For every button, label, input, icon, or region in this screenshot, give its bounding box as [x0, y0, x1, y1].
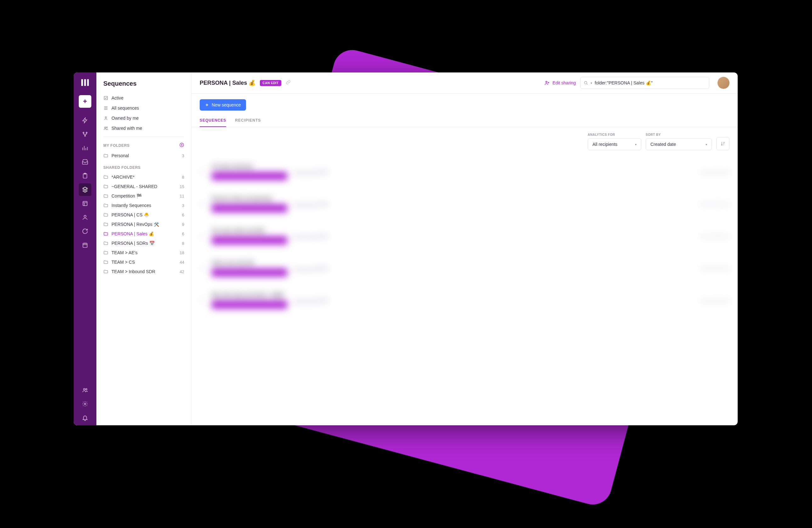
- filter-label: All sequences: [112, 105, 139, 111]
- sequence-info: Director Sales prospecting: [212, 196, 287, 212]
- main: PERSONA | Sales 💰 CAN EDIT Edit sharing …: [191, 72, 738, 425]
- sequence-title: AE reach wide nets BIG: [212, 228, 287, 233]
- search-icon: [584, 81, 588, 85]
- sequence-stats: ▬ ▬ ▬ ■ ■: [293, 200, 327, 208]
- folder-count: 42: [180, 269, 184, 274]
- sequence-metrics: ● ● ● ● ●: [701, 264, 729, 272]
- folder-item[interactable]: Personal3: [96, 151, 191, 160]
- nav-branch-icon[interactable]: [79, 128, 91, 141]
- sequence-row[interactable]: Sales exec top 100▬ ▬ ▬ ■ ■● ● ● ● ●: [200, 252, 729, 284]
- svg-rect-8: [83, 201, 87, 205]
- folder-item[interactable]: TEAM > Inbound SDR42: [96, 267, 191, 276]
- filter-active[interactable]: Active: [96, 93, 191, 103]
- sequence-row[interactable]: AE reach wide nets BIG▬ ▬ ▬ ■ ■● ● ● ● ●: [200, 220, 729, 252]
- folder-count: 8: [182, 175, 184, 180]
- nav-chart-icon[interactable]: [79, 142, 91, 154]
- sequence-row[interactable]: Director Sales prospecting▬ ▬ ▬ ■ ■● ● ●…: [200, 188, 729, 220]
- folder-count: 6: [182, 213, 184, 217]
- folder-item[interactable]: PERSONA | RevOps 🛠️9: [96, 219, 191, 229]
- sequence-tag: [212, 204, 287, 212]
- folder-item[interactable]: PERSONA | CS 🐣6: [96, 210, 191, 219]
- tab-recipients[interactable]: RECIPIENTS: [235, 118, 261, 127]
- analytics-select[interactable]: All recipients ▾: [588, 138, 641, 150]
- nav-inbox-icon[interactable]: [79, 156, 91, 168]
- folder-item[interactable]: Competition 🏁11: [96, 191, 191, 201]
- nav-bolt-icon[interactable]: [79, 114, 91, 127]
- checkbox[interactable]: [200, 266, 205, 271]
- add-button[interactable]: +: [79, 95, 91, 108]
- sort-select[interactable]: Created date ▾: [646, 138, 712, 150]
- tab-sequences[interactable]: SEQUENCES: [200, 118, 226, 127]
- folder-item[interactable]: *ARCHIVE*8: [96, 172, 191, 182]
- nav-calendar-icon[interactable]: [79, 239, 91, 252]
- sequence-metrics: ● ● ● ● ●: [701, 200, 729, 208]
- svg-rect-10: [83, 243, 87, 247]
- folder-item[interactable]: TEAM > CS44: [96, 257, 191, 267]
- user-plus-icon: [544, 80, 550, 86]
- folder-name: PERSONA | RevOps 🛠️: [112, 222, 179, 227]
- folder-item[interactable]: PERSONA | SDRs 📅8: [96, 239, 191, 248]
- nav-settings-icon[interactable]: [79, 398, 91, 410]
- folder-count: 15: [180, 184, 184, 189]
- link-icon[interactable]: [286, 80, 291, 86]
- svg-rect-1: [84, 79, 86, 86]
- sequence-row[interactable]: Big sales play persistent - WIDE▬ ▬ ▬ ■ …: [200, 284, 729, 317]
- folder-name: PERSONA | SDRs 📅: [112, 241, 179, 246]
- main-header: PERSONA | Sales 💰 CAN EDIT Edit sharing …: [191, 72, 738, 94]
- checkbox[interactable]: [200, 233, 205, 239]
- add-folder-icon[interactable]: [179, 142, 184, 148]
- folder-item[interactable]: ~GENERAL - SHARED15: [96, 182, 191, 191]
- sequence-title: Big sales play persistent - WIDE: [212, 292, 287, 297]
- sort-direction-button[interactable]: [716, 137, 729, 150]
- folder-name: TEAM > CS: [112, 260, 177, 265]
- analytics-value: All recipients: [593, 142, 617, 147]
- my-folders-header: MY FOLDERS: [96, 140, 191, 151]
- sequence-tag: [212, 301, 287, 309]
- filter-owned[interactable]: Owned by me: [96, 113, 191, 123]
- sequence-title: VP sales Outreach: [212, 163, 287, 169]
- tabs: SEQUENCES RECIPIENTS: [191, 111, 738, 127]
- permission-badge: CAN EDIT: [260, 80, 281, 86]
- sort-label: SORT BY: [646, 133, 712, 137]
- nav-refresh-icon[interactable]: [79, 225, 91, 238]
- sequence-info: VP sales Outreach: [212, 163, 287, 180]
- svg-rect-0: [81, 79, 83, 86]
- new-sequence-button[interactable]: New sequence: [200, 99, 246, 111]
- filter-all[interactable]: All sequences: [96, 103, 191, 113]
- checkbox[interactable]: [200, 201, 205, 207]
- svg-point-11: [84, 388, 85, 390]
- folder-count: 3: [182, 203, 184, 208]
- folder-item[interactable]: TEAM > AE's18: [96, 248, 191, 257]
- svg-rect-14: [104, 96, 108, 100]
- svg-point-19: [546, 81, 548, 83]
- nav-clipboard-icon[interactable]: [79, 170, 91, 182]
- nav-contacts-icon[interactable]: [79, 211, 91, 224]
- app-logo[interactable]: [80, 77, 90, 88]
- toolbar: New sequence: [191, 94, 738, 111]
- search-dropdown-caret[interactable]: ▾: [591, 81, 592, 85]
- sequence-row[interactable]: VP sales Outreach▬ ▬ ▬ ■ ■● ● ● ● ●: [200, 156, 729, 188]
- nav-templates-icon[interactable]: [79, 197, 91, 210]
- folder-name: PERSONA | CS 🐣: [112, 212, 179, 217]
- nav-sequences-icon[interactable]: [79, 183, 91, 196]
- search-box[interactable]: ▾: [580, 77, 709, 89]
- filter-shared[interactable]: Shared with me: [96, 123, 191, 133]
- search-input[interactable]: [595, 80, 706, 85]
- nav-team-icon[interactable]: [79, 384, 91, 396]
- analytics-label: ANALYTICS FOR: [588, 133, 641, 137]
- filter-label: Owned by me: [112, 116, 139, 121]
- folder-count: 3: [182, 154, 184, 158]
- folder-item[interactable]: Instantly Sequences3: [96, 201, 191, 210]
- sequence-stats: ▬ ▬ ▬ ■ ■: [293, 265, 327, 272]
- svg-point-3: [83, 132, 84, 133]
- edit-sharing-button[interactable]: Edit sharing: [544, 80, 576, 86]
- folder-count: 44: [180, 260, 184, 265]
- avatar[interactable]: [717, 77, 729, 89]
- sequence-tag: [212, 172, 287, 180]
- checkbox[interactable]: [200, 169, 205, 175]
- chevron-down-icon: ▾: [635, 143, 637, 146]
- folder-item[interactable]: PERSONA | Sales 💰6: [96, 229, 191, 239]
- nav-notifications-icon[interactable]: [79, 411, 91, 424]
- svg-point-12: [86, 388, 87, 390]
- checkbox[interactable]: [200, 298, 205, 303]
